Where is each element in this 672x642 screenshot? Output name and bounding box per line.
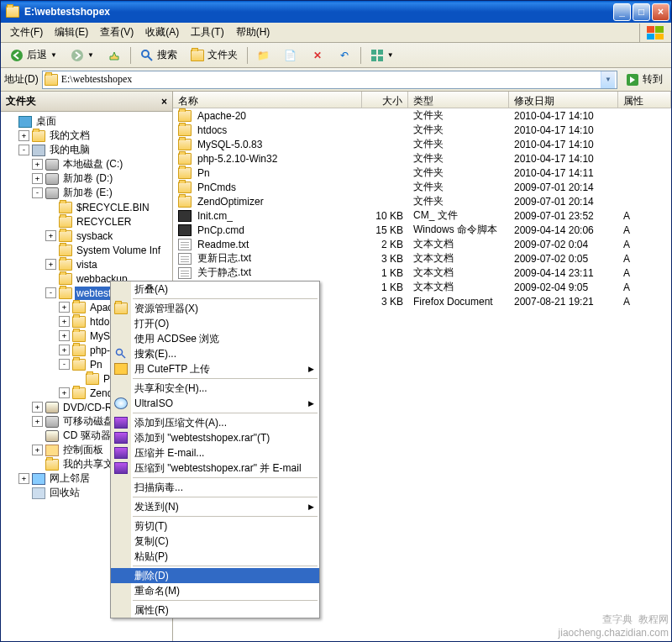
menu-file[interactable]: 文件(F) xyxy=(4,23,49,42)
expand-toggle[interactable]: - xyxy=(59,359,70,370)
expand-toggle[interactable]: + xyxy=(32,173,43,184)
menu-favorites[interactable]: 收藏(A) xyxy=(139,23,185,42)
tree-node[interactable]: $RECYCLE.BIN xyxy=(2,200,171,214)
address-combo[interactable]: ▼ xyxy=(42,71,617,89)
drv-icon xyxy=(45,187,59,200)
col-size[interactable]: 大小 xyxy=(362,92,408,108)
doc-icon xyxy=(178,238,192,251)
expand-toggle[interactable]: - xyxy=(45,287,56,298)
tree-node[interactable]: +sysback xyxy=(2,229,171,243)
menu-item[interactable]: 搜索(E)... xyxy=(111,346,319,361)
file-row[interactable]: PnCmds文件夹2009-07-01 20:14 xyxy=(173,180,671,194)
menu-item[interactable]: 折叠(A) xyxy=(111,282,319,297)
tree-node[interactable]: +vista xyxy=(2,257,171,271)
file-row[interactable]: Readme.txt2 KB文本文档2009-07-02 0:04A xyxy=(173,237,671,251)
menu-item[interactable]: 添加到压缩文件(A)... xyxy=(111,415,319,430)
menu-item[interactable]: 扫描病毒... xyxy=(111,480,319,495)
close-button[interactable]: × xyxy=(652,3,669,21)
tree-node[interactable]: RECYCLER xyxy=(2,214,171,229)
file-row[interactable]: Init.cm_10 KBCM_ 文件2009-07-01 23:52A xyxy=(173,208,671,223)
tree-node[interactable]: 桌面 xyxy=(2,114,171,129)
expand-toggle[interactable]: + xyxy=(32,402,43,413)
expand-toggle[interactable]: - xyxy=(18,145,29,155)
file-attr xyxy=(618,187,671,188)
menu-item[interactable]: 使用 ACDSee 浏览 xyxy=(111,331,319,346)
col-date[interactable]: 修改日期 xyxy=(509,92,618,108)
file-row[interactable]: ZendOptimizer文件夹2009-07-01 20:14 xyxy=(173,194,671,208)
expand-toggle[interactable]: + xyxy=(59,345,70,355)
menu-help[interactable]: 帮助(H) xyxy=(230,23,276,42)
up-button[interactable] xyxy=(102,45,127,66)
copy-to-button[interactable]: 📄 xyxy=(278,45,303,66)
drv-icon xyxy=(45,158,59,171)
undo-button[interactable]: ↶ xyxy=(332,45,357,66)
tree-node[interactable]: +我的文档 xyxy=(2,129,171,143)
menu-item[interactable]: 添加到 "webtestshopex.rar"(T) xyxy=(111,430,319,445)
views-button[interactable]: ▼ xyxy=(365,45,400,66)
forward-button[interactable]: ▼ xyxy=(65,45,100,66)
tree-node[interactable]: +本地磁盘 (C:) xyxy=(2,157,171,171)
menu-item[interactable]: 压缩并 E-mail... xyxy=(111,445,319,460)
expand-toggle[interactable]: + xyxy=(18,473,29,484)
tree-node[interactable]: System Volume Inf xyxy=(2,243,171,257)
tree-label: RECYCLER xyxy=(75,215,133,229)
folders-button[interactable]: 文件夹 xyxy=(185,45,244,66)
expand-toggle[interactable]: + xyxy=(45,230,56,241)
expand-toggle[interactable]: + xyxy=(59,330,70,341)
delete-button[interactable]: ✕ xyxy=(305,45,330,66)
sidebar-close-button[interactable]: × xyxy=(161,96,167,108)
expand-toggle[interactable]: + xyxy=(18,130,29,141)
menu-item[interactable]: UltraISO▶ xyxy=(111,396,319,411)
expand-toggle[interactable]: + xyxy=(59,387,70,398)
expl-icon xyxy=(114,302,128,315)
menu-item[interactable]: 属性(R) xyxy=(111,603,319,618)
maximize-button[interactable]: □ xyxy=(633,3,650,21)
svg-line-10 xyxy=(122,355,125,358)
tree-node[interactable]: -新加卷 (E:) xyxy=(2,186,171,200)
address-input[interactable] xyxy=(61,73,601,86)
menu-item[interactable]: 剪切(T) xyxy=(111,518,319,534)
file-row[interactable]: 关于静态.txt1 KB文本文档2009-04-14 23:11A xyxy=(173,266,671,280)
menu-item[interactable]: 删除(D) xyxy=(111,568,319,583)
file-row[interactable]: Pn文件夹2010-04-17 14:11 xyxy=(173,166,671,180)
menu-view[interactable]: 查看(V) xyxy=(94,23,139,42)
file-type: 文本文档 xyxy=(408,279,509,295)
expand-toggle[interactable]: - xyxy=(32,187,43,198)
menu-label: 压缩到 "webtestshopex.rar" 并 E-mail xyxy=(134,461,302,476)
menu-item[interactable]: 复制(C) xyxy=(111,534,319,549)
menu-item[interactable]: 打开(O) xyxy=(111,316,319,331)
file-row[interactable]: htdocs文件夹2010-04-17 14:10 xyxy=(173,123,671,137)
menu-item[interactable]: 资源管理器(X) xyxy=(111,301,319,316)
tree-node[interactable]: +新加卷 (D:) xyxy=(2,171,171,186)
minimize-button[interactable]: _ xyxy=(613,3,631,21)
menu-item[interactable]: 压缩到 "webtestshopex.rar" 并 E-mail xyxy=(111,460,319,476)
file-row[interactable]: 更新日志.txt3 KB文本文档2009-07-02 0:05A xyxy=(173,251,671,266)
search-button[interactable]: 搜索 xyxy=(134,45,183,66)
expand-toggle[interactable]: + xyxy=(32,159,43,170)
move-to-button[interactable]: 📁 xyxy=(251,45,276,66)
col-name[interactable]: 名称 xyxy=(173,92,362,108)
go-button[interactable]: 转到 xyxy=(621,71,668,88)
expand-toggle[interactable]: + xyxy=(32,445,43,455)
menu-item[interactable]: 用 CuteFTP 上传▶ xyxy=(111,361,319,376)
col-type[interactable]: 类型 xyxy=(408,92,509,108)
back-button[interactable]: 后退 ▼ xyxy=(4,45,63,66)
expand-toggle[interactable]: + xyxy=(32,416,43,427)
file-row[interactable]: PnCp.cmd15 KBWindows 命令脚本2009-04-14 20:0… xyxy=(173,223,671,237)
menu-item[interactable]: 重命名(M) xyxy=(111,583,319,598)
address-dropdown[interactable]: ▼ xyxy=(601,71,615,88)
menu-item[interactable]: 粘贴(P) xyxy=(111,549,319,564)
file-row[interactable]: php-5.2.10-Win32文件夹2010-04-17 14:10 xyxy=(173,151,671,166)
file-row[interactable]: MySQL-5.0.83文件夹2010-04-17 14:10 xyxy=(173,137,671,151)
expand-toggle[interactable]: + xyxy=(59,302,70,313)
menu-tools[interactable]: 工具(T) xyxy=(185,23,229,42)
menu-edit[interactable]: 编辑(E) xyxy=(49,23,94,42)
col-attr[interactable]: 属性 xyxy=(618,92,671,108)
menu-item[interactable]: 共享和安全(H)... xyxy=(111,381,319,396)
expand-toggle[interactable]: + xyxy=(59,316,70,327)
expand-toggle[interactable]: + xyxy=(45,259,56,270)
tree-node[interactable]: -我的电脑 xyxy=(2,143,171,157)
file-row[interactable]: Apache-20文件夹2010-04-17 14:10 xyxy=(173,108,671,123)
menu-separator xyxy=(133,413,318,413)
menu-item[interactable]: 发送到(N)▶ xyxy=(111,499,319,514)
